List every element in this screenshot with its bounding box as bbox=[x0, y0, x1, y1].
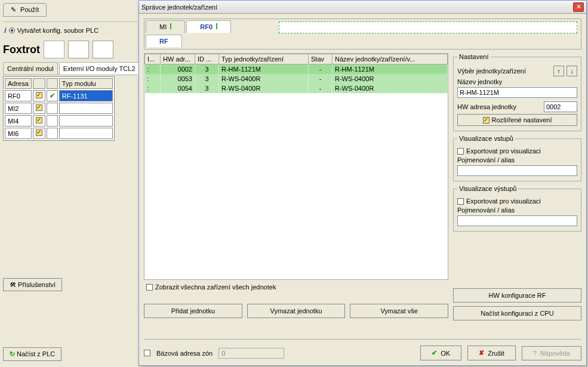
cell-module: RF-1131 bbox=[59, 90, 113, 101]
advanced-label: Rozšířené nastavení bbox=[492, 116, 552, 124]
create-config-label: Vytvářet konfig. soubor PLC bbox=[17, 27, 99, 34]
alias-label: Pojmenování / alias bbox=[457, 206, 515, 214]
table-row[interactable]: MI6 bbox=[5, 128, 113, 139]
module-icon bbox=[44, 41, 64, 58]
add-unit-button[interactable]: Přidat jednotku bbox=[144, 304, 242, 318]
export-viz-label: Exportovat pro visualizaci bbox=[466, 198, 541, 205]
load-from-plc-button[interactable]: ↻ Načíst z PLC bbox=[3, 347, 61, 361]
col-i[interactable]: I... bbox=[145, 54, 161, 64]
close-icon: ✕ bbox=[576, 3, 581, 11]
close-button[interactable]: ✕ bbox=[573, 2, 584, 12]
viz-outputs-group: Visualizace výstupů Exportovat pro visua… bbox=[453, 185, 581, 232]
use-button-label: Použít bbox=[20, 6, 39, 13]
col-id[interactable]: ID ... bbox=[195, 54, 219, 64]
select-unit-label: Výběr jednotky/zařízení bbox=[457, 67, 551, 75]
tools-icon: 🛠 bbox=[10, 281, 16, 288]
viz-inputs-group: Visualizace vstupů Exportovat pro visual… bbox=[453, 135, 581, 181]
wand-icon: ✎ bbox=[11, 6, 16, 13]
product-title: Foxtrot bbox=[3, 44, 40, 56]
device-grid[interactable]: I... HW adr... ID ... Typ jednotky/zaříz… bbox=[144, 54, 448, 93]
help-label: Nápověda bbox=[540, 350, 570, 357]
delete-all-button[interactable]: Vymazat vše bbox=[350, 304, 448, 318]
tab-external-io[interactable]: Externí I/O moduly TCL2 bbox=[59, 62, 140, 75]
reload-icon: ↻ bbox=[10, 350, 15, 357]
viz-inputs-legend: Visualizace vstupů bbox=[457, 135, 515, 142]
cancel-button[interactable]: ✘ Zrušit bbox=[467, 346, 516, 360]
tab-central-module[interactable]: Centrální modul bbox=[3, 62, 58, 75]
grid-row[interactable]: : 0002 3 R-HM-1121M - R-HM-1121M bbox=[145, 64, 448, 75]
hw-addr-input[interactable] bbox=[544, 101, 577, 112]
show-all-checkbox[interactable] bbox=[146, 284, 153, 291]
cell-module bbox=[59, 128, 113, 139]
alias-in-input[interactable] bbox=[457, 165, 577, 176]
table-row[interactable]: MI2 bbox=[5, 103, 113, 114]
cross-icon: ✘ bbox=[479, 349, 484, 357]
table-row[interactable]: MI4 bbox=[5, 115, 113, 127]
cell-addr: MI4 bbox=[5, 115, 32, 127]
move-down-button[interactable]: ↓ bbox=[567, 66, 577, 76]
arrow-down-icon: ↓ bbox=[570, 67, 574, 75]
accessories-button[interactable]: 🛠 Příslušenství bbox=[3, 278, 62, 291]
help-icon: ? bbox=[533, 350, 537, 357]
zone-base-input bbox=[218, 348, 284, 359]
module-icon-2 bbox=[68, 41, 89, 58]
export-viz-in-checkbox[interactable] bbox=[457, 148, 464, 155]
config-check-icon[interactable] bbox=[36, 104, 42, 111]
cell-module bbox=[59, 103, 113, 114]
col-address[interactable]: Adresa bbox=[5, 78, 32, 89]
col-name[interactable]: Název jednotky/zařízení/v... bbox=[333, 54, 448, 64]
delete-unit-button[interactable]: Vymazat jednotku bbox=[247, 304, 346, 318]
export-viz-out-checkbox[interactable] bbox=[457, 198, 464, 205]
cell-addr: MI2 bbox=[5, 103, 32, 114]
grid-row[interactable]: : 0054 3 R-WS-0400R - R-WS-0400R bbox=[145, 84, 448, 93]
unit-name-input[interactable] bbox=[457, 87, 577, 98]
ok-label: OK bbox=[441, 350, 450, 357]
use-button[interactable]: ✎ Použít bbox=[3, 3, 47, 17]
export-viz-label: Exportovat pro visualizaci bbox=[466, 147, 541, 155]
unit-name-label: Název jednotky bbox=[457, 78, 502, 85]
cancel-label: Zrušit bbox=[488, 350, 504, 357]
config-check-icon[interactable] bbox=[36, 129, 42, 136]
settings-group: Nastavení Výběr jednotky/zařízení ↑ ↓ Ná… bbox=[453, 53, 581, 131]
create-config-row[interactable]: i Vytvářet konfig. soubor PLC bbox=[4, 26, 137, 35]
arrow-up-icon: ↑ bbox=[557, 67, 561, 75]
load-plc-label: Načíst z PLC bbox=[17, 350, 55, 357]
config-check-icon bbox=[483, 117, 490, 124]
module-icon-3 bbox=[93, 41, 113, 58]
filter-input[interactable] bbox=[279, 21, 577, 33]
cell-addr: RF0 bbox=[5, 90, 32, 101]
alias-out-input[interactable] bbox=[457, 215, 577, 226]
hw-addr-label: HW adresa jednotky bbox=[457, 103, 541, 110]
config-check-icon[interactable] bbox=[36, 117, 42, 124]
config-check-icon[interactable] bbox=[36, 92, 42, 98]
table-row[interactable]: RF0 ✔ RF-1131 bbox=[5, 90, 113, 101]
col-type[interactable]: Typ jednotky/zařízení bbox=[219, 54, 309, 64]
help-button[interactable]: ? Nápověda bbox=[522, 346, 581, 360]
tab-rf0[interactable]: RF0 bbox=[186, 20, 231, 33]
info-icon: i bbox=[4, 26, 7, 35]
move-up-button[interactable]: ↑ bbox=[553, 66, 564, 76]
hw-config-rf-button[interactable]: HW konfigurace RF bbox=[453, 288, 581, 303]
module-table: Adresa Typ modulu RF0 ✔ RF-1131 MI2 MI4 … bbox=[3, 76, 115, 141]
create-config-radio[interactable] bbox=[9, 27, 15, 33]
ok-check-icon: ✔ bbox=[50, 92, 55, 99]
accessories-label: Příslušenství bbox=[18, 281, 56, 288]
cell-addr: MI6 bbox=[5, 128, 32, 139]
cell-module bbox=[59, 115, 113, 127]
load-config-cpu-button[interactable]: Načíst konfiguraci z CPU bbox=[453, 306, 581, 320]
advanced-settings-button[interactable]: Rozšířené nastavení bbox=[457, 114, 577, 126]
col-status[interactable]: Stav bbox=[309, 54, 333, 64]
settings-legend: Nastavení bbox=[457, 53, 491, 60]
zone-base-label: Bázová adresa zón bbox=[156, 350, 213, 357]
zone-base-checkbox[interactable] bbox=[144, 350, 150, 356]
unit-manager-dialog: Správce jednotek/zařízení ✕ MI RF0 x RF … bbox=[138, 0, 587, 366]
grid-row[interactable]: : 0053 3 R-WS-0400R - R-WS-0400R bbox=[145, 74, 448, 84]
col-module-type[interactable]: Typ modulu bbox=[59, 78, 113, 89]
tab-rf[interactable]: RF bbox=[146, 35, 182, 47]
show-all-label: Zobrazit všechna zařízení všech jednotek bbox=[155, 283, 276, 291]
alias-label: Pojmenování / alias bbox=[457, 156, 515, 164]
ok-button[interactable]: ✔ OK bbox=[420, 346, 461, 360]
col-hw[interactable]: HW adr... bbox=[161, 54, 195, 64]
dialog-title: Správce jednotek/zařízení bbox=[141, 4, 573, 11]
tab-mi[interactable]: MI bbox=[146, 20, 185, 33]
